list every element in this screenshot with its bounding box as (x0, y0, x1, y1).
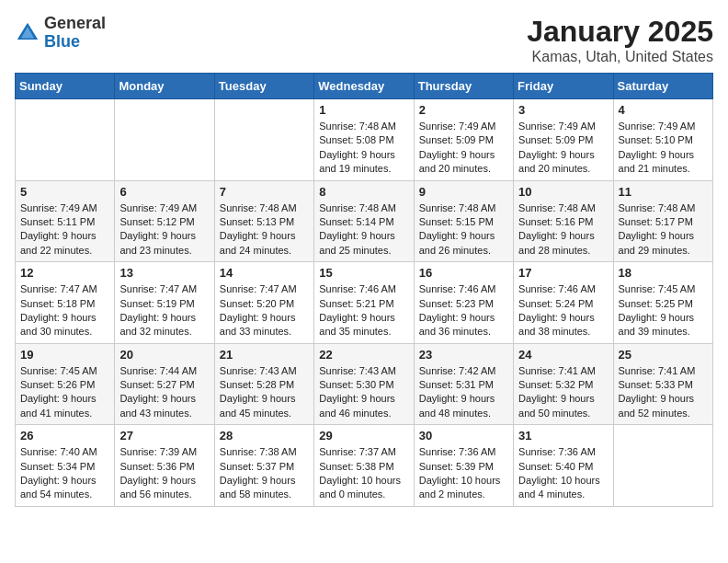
page-header: General Blue January 2025 Kamas, Utah, U… (15, 15, 713, 65)
calendar-day-cell: 22Sunrise: 7:43 AM Sunset: 5:30 PM Dayli… (314, 343, 414, 425)
calendar-day-cell: 1Sunrise: 7:48 AM Sunset: 5:08 PM Daylig… (314, 99, 414, 181)
calendar-day-cell: 11Sunrise: 7:48 AM Sunset: 5:17 PM Dayli… (613, 180, 712, 262)
day-number: 7 (220, 185, 309, 199)
day-info: Sunrise: 7:45 AM Sunset: 5:25 PM Dayligh… (619, 282, 708, 339)
day-info: Sunrise: 7:48 AM Sunset: 5:17 PM Dayligh… (619, 201, 708, 259)
logo-general: General (44, 15, 106, 33)
day-info: Sunrise: 7:43 AM Sunset: 5:28 PM Dayligh… (220, 364, 309, 421)
calendar-day-cell: 17Sunrise: 7:46 AM Sunset: 5:24 PM Dayli… (514, 262, 613, 344)
calendar-week-row: 19Sunrise: 7:45 AM Sunset: 5:26 PM Dayli… (16, 343, 713, 425)
day-number: 10 (518, 185, 608, 199)
calendar-day-cell: 14Sunrise: 7:47 AM Sunset: 5:20 PM Dayli… (214, 262, 313, 344)
day-info: Sunrise: 7:46 AM Sunset: 5:21 PM Dayligh… (319, 282, 408, 339)
calendar-day-cell: 5Sunrise: 7:49 AM Sunset: 5:11 PM Daylig… (16, 180, 115, 262)
calendar-day-cell: 20Sunrise: 7:44 AM Sunset: 5:27 PM Dayli… (115, 343, 214, 425)
day-number: 12 (20, 266, 109, 280)
day-info: Sunrise: 7:49 AM Sunset: 5:10 PM Dayligh… (619, 120, 708, 177)
day-info: Sunrise: 7:43 AM Sunset: 5:30 PM Dayligh… (319, 364, 408, 421)
calendar-day-cell: 23Sunrise: 7:42 AM Sunset: 5:31 PM Dayli… (414, 343, 513, 425)
day-info: Sunrise: 7:38 AM Sunset: 5:37 PM Dayligh… (220, 445, 309, 502)
day-info: Sunrise: 7:49 AM Sunset: 5:11 PM Dayligh… (20, 201, 109, 259)
calendar-day-cell (214, 99, 313, 181)
day-number: 17 (518, 266, 608, 280)
weekday-header: Thursday (414, 74, 513, 99)
calendar-week-row: 1Sunrise: 7:48 AM Sunset: 5:08 PM Daylig… (16, 99, 713, 181)
calendar-header-row: SundayMondayTuesdayWednesdayThursdayFrid… (16, 74, 713, 99)
day-number: 18 (619, 266, 708, 280)
day-info: Sunrise: 7:48 AM Sunset: 5:15 PM Dayligh… (419, 201, 508, 259)
day-number: 2 (419, 103, 508, 117)
day-number: 11 (619, 185, 708, 199)
calendar-day-cell: 29Sunrise: 7:37 AM Sunset: 5:38 PM Dayli… (314, 425, 414, 507)
weekday-header: Sunday (16, 74, 115, 99)
day-info: Sunrise: 7:49 AM Sunset: 5:12 PM Dayligh… (119, 201, 209, 259)
day-number: 26 (20, 429, 109, 442)
calendar-day-cell: 25Sunrise: 7:41 AM Sunset: 5:33 PM Dayli… (613, 343, 712, 425)
day-number: 16 (419, 266, 508, 280)
day-info: Sunrise: 7:49 AM Sunset: 5:09 PM Dayligh… (518, 120, 608, 177)
weekday-header: Monday (115, 74, 214, 99)
day-info: Sunrise: 7:37 AM Sunset: 5:38 PM Dayligh… (319, 445, 408, 502)
day-number: 29 (319, 429, 408, 442)
day-info: Sunrise: 7:36 AM Sunset: 5:39 PM Dayligh… (419, 445, 508, 502)
calendar-day-cell: 4Sunrise: 7:49 AM Sunset: 5:10 PM Daylig… (613, 99, 712, 181)
calendar-day-cell: 2Sunrise: 7:49 AM Sunset: 5:09 PM Daylig… (414, 99, 513, 181)
day-info: Sunrise: 7:49 AM Sunset: 5:09 PM Dayligh… (419, 120, 508, 177)
day-number: 27 (119, 429, 209, 442)
weekday-header: Wednesday (314, 74, 414, 99)
day-number: 25 (619, 348, 708, 362)
calendar-day-cell: 18Sunrise: 7:45 AM Sunset: 5:25 PM Dayli… (613, 262, 712, 344)
day-number: 24 (518, 348, 608, 362)
day-number: 22 (319, 348, 408, 362)
calendar-day-cell: 24Sunrise: 7:41 AM Sunset: 5:32 PM Dayli… (514, 343, 613, 425)
day-number: 13 (119, 266, 209, 280)
day-info: Sunrise: 7:36 AM Sunset: 5:40 PM Dayligh… (518, 445, 608, 502)
page-subtitle: Kamas, Utah, United States (527, 49, 713, 65)
day-info: Sunrise: 7:48 AM Sunset: 5:16 PM Dayligh… (518, 201, 608, 259)
logo: General Blue (15, 15, 106, 52)
day-info: Sunrise: 7:44 AM Sunset: 5:27 PM Dayligh… (119, 364, 209, 421)
calendar-table: SundayMondayTuesdayWednesdayThursdayFrid… (15, 73, 713, 507)
calendar-week-row: 12Sunrise: 7:47 AM Sunset: 5:18 PM Dayli… (16, 262, 713, 344)
calendar-day-cell: 31Sunrise: 7:36 AM Sunset: 5:40 PM Dayli… (514, 425, 613, 507)
day-number: 21 (220, 348, 309, 362)
day-number: 31 (518, 429, 608, 442)
calendar-day-cell: 26Sunrise: 7:40 AM Sunset: 5:34 PM Dayli… (16, 425, 115, 507)
calendar-day-cell: 28Sunrise: 7:38 AM Sunset: 5:37 PM Dayli… (214, 425, 313, 507)
calendar-day-cell (16, 99, 115, 181)
calendar-day-cell: 6Sunrise: 7:49 AM Sunset: 5:12 PM Daylig… (115, 180, 214, 262)
day-number: 1 (319, 103, 408, 117)
day-info: Sunrise: 7:48 AM Sunset: 5:08 PM Dayligh… (319, 120, 408, 177)
calendar-day-cell: 7Sunrise: 7:48 AM Sunset: 5:13 PM Daylig… (214, 180, 313, 262)
day-number: 23 (419, 348, 508, 362)
calendar-day-cell: 27Sunrise: 7:39 AM Sunset: 5:36 PM Dayli… (115, 425, 214, 507)
day-info: Sunrise: 7:41 AM Sunset: 5:33 PM Dayligh… (619, 364, 708, 421)
calendar-week-row: 5Sunrise: 7:49 AM Sunset: 5:11 PM Daylig… (16, 180, 713, 262)
day-info: Sunrise: 7:47 AM Sunset: 5:18 PM Dayligh… (20, 282, 109, 339)
weekday-header: Friday (514, 74, 613, 99)
day-info: Sunrise: 7:42 AM Sunset: 5:31 PM Dayligh… (419, 364, 508, 421)
calendar-day-cell: 21Sunrise: 7:43 AM Sunset: 5:28 PM Dayli… (214, 343, 313, 425)
day-number: 15 (319, 266, 408, 280)
day-number: 14 (220, 266, 309, 280)
day-info: Sunrise: 7:47 AM Sunset: 5:19 PM Dayligh… (119, 282, 209, 339)
day-number: 9 (419, 185, 508, 199)
day-number: 28 (220, 429, 309, 442)
day-number: 30 (419, 429, 508, 442)
day-number: 6 (119, 185, 209, 199)
day-info: Sunrise: 7:45 AM Sunset: 5:26 PM Dayligh… (20, 364, 109, 421)
weekday-header: Tuesday (214, 74, 313, 99)
calendar-day-cell: 15Sunrise: 7:46 AM Sunset: 5:21 PM Dayli… (314, 262, 414, 344)
logo-blue: Blue (44, 33, 106, 52)
day-info: Sunrise: 7:48 AM Sunset: 5:13 PM Dayligh… (220, 201, 309, 259)
calendar-day-cell: 10Sunrise: 7:48 AM Sunset: 5:16 PM Dayli… (514, 180, 613, 262)
day-info: Sunrise: 7:46 AM Sunset: 5:24 PM Dayligh… (518, 282, 608, 339)
day-info: Sunrise: 7:47 AM Sunset: 5:20 PM Dayligh… (220, 282, 309, 339)
day-number: 5 (20, 185, 109, 199)
day-number: 3 (518, 103, 608, 117)
calendar-day-cell: 13Sunrise: 7:47 AM Sunset: 5:19 PM Dayli… (115, 262, 214, 344)
calendar-day-cell: 3Sunrise: 7:49 AM Sunset: 5:09 PM Daylig… (514, 99, 613, 181)
day-info: Sunrise: 7:39 AM Sunset: 5:36 PM Dayligh… (119, 445, 209, 502)
weekday-header: Saturday (613, 74, 712, 99)
day-number: 20 (119, 348, 209, 362)
